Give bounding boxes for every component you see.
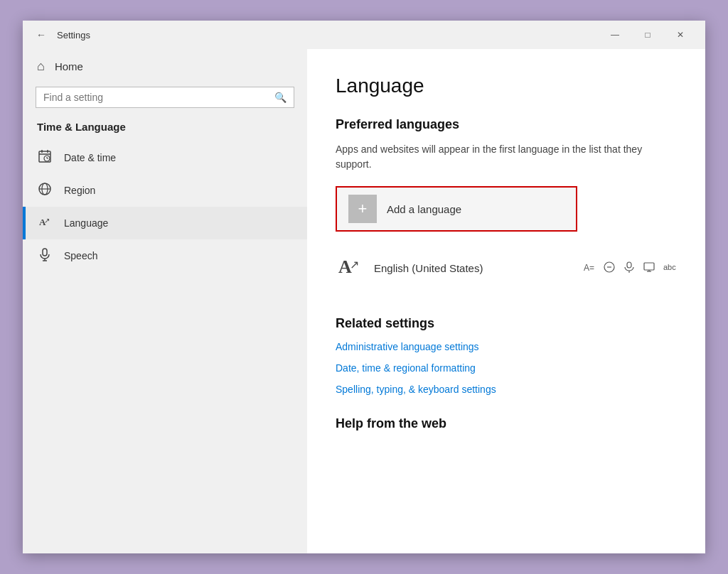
language-icon: A ↗ (37, 215, 53, 232)
add-language-label: Add a language (387, 203, 461, 215)
add-language-button[interactable]: + Add a language (336, 186, 577, 232)
preferred-description: Apps and websites will appear in the fir… (336, 142, 677, 172)
sidebar-item-region[interactable]: Region (23, 174, 307, 207)
sidebar-item-language[interactable]: A ↗ Language (23, 207, 307, 239)
settings-window: ← Settings — □ ✕ ⌂ Home 🔍 Time & Languag… (23, 21, 705, 553)
maximize-button[interactable]: □ (631, 21, 664, 49)
text-to-speech-icon: A= (583, 261, 596, 276)
sidebar-section-title: Time & Language (23, 118, 307, 141)
english-lang-icon: A ↗ (336, 253, 364, 283)
main-content: Language Preferred languages Apps and we… (307, 49, 705, 553)
date-time-icon (37, 149, 53, 166)
content-area: ⌂ Home 🔍 Time & Language (23, 49, 705, 553)
titlebar-title: Settings (57, 30, 599, 40)
region-label: Region (64, 185, 95, 196)
speech-icon (623, 261, 636, 276)
datetime-regional-link[interactable]: Date, time & regional formatting (336, 362, 677, 374)
window-controls: — □ ✕ (599, 21, 697, 49)
minimize-button[interactable]: — (599, 21, 631, 49)
related-settings-heading: Related settings (336, 316, 677, 331)
search-box: 🔍 (36, 87, 294, 108)
back-button[interactable]: ← (31, 25, 51, 45)
speech-icon (37, 247, 53, 264)
close-button[interactable]: ✕ (664, 21, 697, 49)
english-lang-name: English (United States) (374, 262, 573, 274)
lang-feature-icons: A= (583, 261, 677, 276)
spelling-keyboard-link[interactable]: Spelling, typing, & keyboard settings (336, 384, 677, 395)
handwriting-icon (603, 261, 616, 276)
windows-display-icon (643, 261, 655, 276)
preferred-languages-heading: Preferred languages (336, 117, 677, 132)
spelling-icon: abc (663, 261, 677, 276)
sidebar-item-speech[interactable]: Speech (23, 239, 307, 272)
add-icon: + (348, 195, 377, 223)
svg-text:A=: A= (584, 263, 594, 273)
home-icon: ⌂ (37, 59, 45, 74)
sidebar-item-home[interactable]: ⌂ Home (23, 49, 307, 84)
help-heading: Help from the web (336, 416, 677, 431)
related-settings-section: Related settings Administrative language… (336, 316, 677, 395)
page-title: Language (336, 75, 677, 97)
help-section: Help from the web (336, 416, 677, 431)
svg-text:abc: abc (663, 263, 676, 271)
search-icon: 🔍 (274, 92, 287, 103)
home-label: Home (55, 60, 83, 72)
search-input[interactable] (43, 92, 274, 103)
language-label: Language (64, 217, 108, 229)
svg-text:↗: ↗ (44, 217, 50, 224)
sidebar-item-date-time[interactable]: Date & time (23, 141, 307, 174)
language-item-english: A ↗ English (United States) A= (336, 246, 677, 291)
svg-rect-22 (644, 263, 654, 270)
region-icon (37, 182, 53, 199)
titlebar: ← Settings — □ ✕ (23, 21, 705, 49)
svg-rect-12 (43, 249, 47, 256)
date-time-label: Date & time (64, 152, 116, 163)
admin-language-link[interactable]: Administrative language settings (336, 341, 677, 352)
svg-text:↗: ↗ (350, 259, 359, 271)
svg-rect-20 (627, 262, 631, 268)
sidebar: ⌂ Home 🔍 Time & Language (23, 49, 307, 553)
speech-label: Speech (64, 250, 97, 261)
